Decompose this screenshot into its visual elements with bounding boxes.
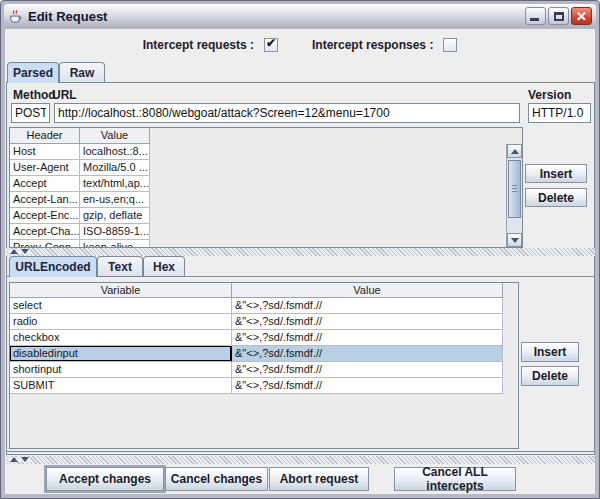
arrow-up-icon bbox=[511, 149, 519, 154]
close-button[interactable]: ✕ bbox=[571, 7, 592, 25]
abort-request-button[interactable]: Abort request bbox=[269, 467, 369, 491]
edit-request-window: Edit Request ✕ Intercept requests : Inte… bbox=[0, 0, 600, 499]
intercept-responses-label: Intercept responses : bbox=[312, 38, 433, 52]
cancel-changes-button[interactable]: Cancel changes bbox=[165, 467, 268, 491]
delete-button[interactable]: Delete bbox=[525, 188, 587, 207]
headers-vertical-scrollbar[interactable] bbox=[506, 144, 522, 247]
insert-button[interactable]: Insert bbox=[525, 164, 587, 183]
cancel-all-intercepts-button[interactable]: Cancel ALL intercepts bbox=[394, 467, 516, 491]
intercept-requests-checkbox[interactable] bbox=[264, 38, 278, 52]
footer-button-bar: Accept changesCancel changesAbort reques… bbox=[5, 467, 597, 493]
collapse-up-icon[interactable] bbox=[10, 457, 18, 462]
url-field[interactable] bbox=[54, 103, 520, 123]
minimize-icon bbox=[530, 18, 539, 21]
method-field[interactable] bbox=[11, 103, 50, 123]
divider-collapse-arrows bbox=[9, 457, 30, 462]
table-row: Proxy-Conn...keep-alive bbox=[10, 240, 522, 248]
intercept-responses-checkbox[interactable] bbox=[443, 38, 457, 52]
table-cell[interactable]: select bbox=[10, 298, 232, 314]
table-cell[interactable]: Accept bbox=[10, 176, 80, 192]
table-cell[interactable]: &"<>,?sd/.fsmdf.// bbox=[232, 330, 503, 346]
maximize-button[interactable] bbox=[548, 7, 569, 25]
params-table-buttons: InsertDelete bbox=[521, 342, 579, 386]
table-cell[interactable]: &"<>,?sd/.fsmdf.// bbox=[232, 362, 503, 378]
insert-button[interactable]: Insert bbox=[521, 342, 579, 362]
tab-hex[interactable]: Hex bbox=[143, 256, 185, 276]
table-row: Accepttext/html,ap... bbox=[10, 176, 522, 192]
table-row: User-AgentMozilla/5.0 ... bbox=[10, 160, 522, 176]
table-header-row: HeaderValue bbox=[10, 128, 522, 144]
table-row: Accept-Enc...gzip, deflate bbox=[10, 208, 522, 224]
table-cell[interactable]: shortinput bbox=[10, 362, 232, 378]
table-cell[interactable]: localhost.:8... bbox=[80, 144, 150, 160]
header-table-buttons: InsertDelete bbox=[525, 164, 587, 207]
url-label: URL bbox=[52, 88, 77, 102]
request-tabstrip: ParsedRaw bbox=[7, 62, 307, 83]
column-header[interactable]: Variable bbox=[10, 283, 232, 298]
method-label: Method bbox=[13, 88, 56, 102]
split-divider-top[interactable] bbox=[6, 248, 595, 256]
table-row: Hostlocalhost.:8... bbox=[10, 144, 522, 160]
collapse-down-icon[interactable] bbox=[21, 457, 29, 462]
table-cell[interactable]: &"<>,?sd/.fsmdf.// bbox=[232, 314, 503, 330]
split-divider-bottom[interactable] bbox=[6, 456, 595, 464]
table-cell[interactable]: &"<>,?sd/.fsmdf.// bbox=[232, 298, 503, 314]
content-tabstrip: URLEncodedTextHex bbox=[9, 256, 309, 277]
table-cell[interactable]: checkbox bbox=[10, 330, 232, 346]
arrow-down-icon bbox=[511, 238, 519, 243]
table-cell[interactable]: en-us,en;q... bbox=[80, 192, 150, 208]
table-row: shortinput&"<>,?sd/.fsmdf.// bbox=[10, 362, 518, 378]
table-cell[interactable]: Proxy-Conn... bbox=[10, 240, 80, 248]
java-icon bbox=[8, 9, 23, 24]
intercept-requests-label: Intercept requests : bbox=[143, 38, 254, 52]
table-cell[interactable]: Host bbox=[10, 144, 80, 160]
table-cell[interactable]: SUBMIT bbox=[10, 378, 232, 394]
table-cell[interactable]: radio bbox=[10, 314, 232, 330]
table-row: checkbox&"<>,?sd/.fsmdf.// bbox=[10, 330, 518, 346]
headers-table: HeaderValueHostlocalhost.:8...User-Agent… bbox=[10, 128, 522, 248]
tab-urlencoded[interactable]: URLEncoded bbox=[9, 256, 97, 277]
version-label: Version bbox=[528, 88, 571, 102]
table-row: disabledinput&"<>,?sd/.fsmdf.// bbox=[10, 346, 518, 362]
table-row: SUBMIT&"<>,?sd/.fsmdf.// bbox=[10, 378, 518, 394]
column-header[interactable]: Header bbox=[10, 128, 80, 144]
scroll-up-button[interactable] bbox=[507, 144, 522, 158]
collapse-up-icon[interactable] bbox=[10, 249, 18, 254]
table-cell[interactable]: User-Agent bbox=[10, 160, 80, 176]
headers-scrollpane: HeaderValueHostlocalhost.:8...User-Agent… bbox=[9, 127, 523, 248]
table-cell[interactable]: ISO-8859-1... bbox=[80, 224, 150, 240]
delete-button[interactable]: Delete bbox=[521, 366, 579, 386]
table-row: radio&"<>,?sd/.fsmdf.// bbox=[10, 314, 518, 330]
scrollbar-thumb[interactable] bbox=[508, 160, 521, 218]
table-cell[interactable]: Accept-Cha... bbox=[10, 224, 80, 240]
maximize-icon bbox=[554, 12, 564, 21]
tab-raw[interactable]: Raw bbox=[59, 62, 105, 82]
scroll-down-button[interactable] bbox=[507, 233, 522, 247]
intercept-bar: Intercept requests : Intercept responses… bbox=[5, 34, 595, 56]
window-title: Edit Request bbox=[28, 9, 523, 24]
tab-parsed[interactable]: Parsed bbox=[7, 62, 59, 83]
params-table: VariableValueselect&"<>,?sd/.fsmdf.//rad… bbox=[10, 283, 518, 394]
window-content: Intercept requests : Intercept responses… bbox=[5, 29, 595, 494]
tab-text[interactable]: Text bbox=[97, 256, 143, 276]
title-bar: Edit Request ✕ bbox=[4, 4, 596, 28]
column-header[interactable]: Value bbox=[80, 128, 150, 144]
table-row: Accept-Lan...en-us,en;q... bbox=[10, 192, 522, 208]
table-cell[interactable]: disabledinput bbox=[10, 346, 232, 362]
table-cell[interactable]: text/html,ap... bbox=[80, 176, 150, 192]
version-field[interactable] bbox=[528, 103, 591, 123]
table-row: select&"<>,?sd/.fsmdf.// bbox=[10, 298, 518, 314]
table-cell[interactable]: &"<>,?sd/.fsmdf.// bbox=[232, 346, 503, 362]
column-header[interactable]: Value bbox=[232, 283, 503, 298]
collapse-down-icon[interactable] bbox=[21, 249, 29, 254]
table-row: Accept-Cha...ISO-8859-1... bbox=[10, 224, 522, 240]
table-cell[interactable]: Mozilla/5.0 ... bbox=[80, 160, 150, 176]
table-cell[interactable]: &"<>,?sd/.fsmdf.// bbox=[232, 378, 503, 394]
close-icon: ✕ bbox=[572, 8, 591, 24]
table-cell[interactable]: gzip, deflate bbox=[80, 208, 150, 224]
table-cell[interactable]: keep-alive bbox=[80, 240, 150, 248]
accept-changes-button[interactable]: Accept changes bbox=[46, 467, 164, 491]
table-cell[interactable]: Accept-Enc... bbox=[10, 208, 80, 224]
table-cell[interactable]: Accept-Lan... bbox=[10, 192, 80, 208]
minimize-button[interactable] bbox=[525, 7, 546, 25]
